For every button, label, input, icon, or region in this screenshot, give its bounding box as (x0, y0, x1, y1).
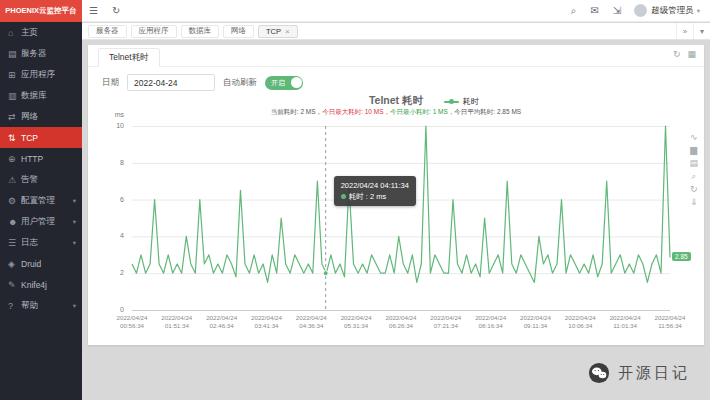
tab-label: 网络 (231, 26, 246, 36)
fullscreen-icon[interactable]: ⇲ (613, 5, 621, 17)
tab-server[interactable]: 服务器 (88, 25, 127, 38)
druid-icon: ◈ (8, 259, 21, 269)
series-marker-dot (341, 194, 346, 199)
restore-icon[interactable]: ↻ (689, 184, 698, 194)
sidebar-item-network[interactable]: ⇄网络 (0, 106, 82, 127)
x-axis-date: 2022/04/24 (154, 314, 200, 322)
app-logo: PHOENIX云监控平台 (0, 0, 82, 22)
y-axis-label: 0 (96, 306, 124, 313)
sidebar-item-application[interactable]: ⊞应用程序 (0, 64, 82, 85)
tcp-icon: ⇅ (8, 133, 21, 143)
x-axis-date: 2022/04/24 (602, 314, 648, 322)
x-axis-time: 01:51:34 (154, 322, 200, 330)
bar-chart-icon[interactable]: ▆ (689, 145, 698, 155)
panel-card: Telnet耗时 ↻▦ 日期 自动刷新 开启 Telnet 耗时 当前耗时: 2… (88, 45, 704, 345)
sidebar-item-label: TCP (21, 133, 38, 143)
y-axis-label: 2 (96, 269, 124, 276)
sidebar-item-http[interactable]: ⊕HTTP (0, 148, 82, 169)
brand-text: 开源日记 (618, 364, 690, 383)
sidebar-item-help[interactable]: ?帮助▾ (0, 295, 82, 316)
toggle-knob (291, 77, 302, 88)
x-axis-date: 2022/04/24 (468, 314, 514, 322)
auto-refresh-toggle[interactable]: 开启 (265, 76, 303, 90)
x-axis-time: 00:56:34 (109, 322, 155, 330)
sidebar-item-logs[interactable]: ☰日志▾ (0, 232, 82, 253)
inner-tab-telnet[interactable]: Telnet耗时 (98, 48, 160, 67)
refresh-icon[interactable]: ↻ (112, 5, 120, 16)
sidebar-item-label: 配置管理 (21, 195, 55, 207)
chart-subtitle-segment: 今日最大耗时: 10 MS， (322, 108, 390, 115)
x-axis-date: 2022/04/24 (333, 314, 379, 322)
x-axis-label: 2022/04/2406:26:34 (378, 314, 424, 330)
sidebar-item-label: 应用程序 (21, 69, 55, 81)
y-axis-label: 4 (96, 232, 124, 239)
legend-item-haoshi[interactable]: 耗时 (444, 96, 479, 107)
chart-tooltip: 2022/04/24 04:11:34 耗时 : 2 ms (334, 176, 416, 206)
telnet-chart: Telnet 耗时 当前耗时: 2 MS，今日最大耗时: 10 MS，今日最小耗… (96, 94, 696, 338)
x-axis-time: 03:41:34 (244, 322, 290, 330)
current-value-tag: 2.85 (672, 252, 691, 261)
line-chart-icon[interactable]: ∿ (689, 132, 698, 142)
sidebar-item-config[interactable]: ⚙配置管理▾ (0, 190, 82, 211)
x-axis-label: 2022/04/2411:56:34 (647, 314, 693, 330)
x-axis-label: 2022/04/2407:21:34 (423, 314, 469, 330)
card-tab-row: Telnet耗时 ↻▦ (88, 45, 704, 67)
sidebar-item-tcp[interactable]: ⇅TCP (0, 127, 82, 148)
sidebar-item-label: 网络 (21, 111, 38, 123)
home-icon: ⌂ (8, 28, 21, 38)
message-icon[interactable]: ✉ (590, 5, 598, 17)
sidebar-item-label: 主页 (21, 27, 38, 39)
tab-tcp[interactable]: TCP× (258, 25, 298, 38)
menu-fold-icon[interactable]: ☰ (89, 5, 98, 16)
toggle-on-label: 开启 (271, 78, 285, 88)
search-icon[interactable]: ⌕ (571, 5, 577, 17)
y-axis-unit: ms (98, 111, 124, 118)
sidebar-item-knife4j[interactable]: ✎Knife4j (0, 274, 82, 295)
y-axis-label: 8 (96, 159, 124, 166)
layout-grid-icon[interactable]: ▦ (687, 49, 696, 59)
tab-database[interactable]: 数据库 (181, 25, 220, 38)
tab-label: 数据库 (189, 26, 212, 36)
tab-application[interactable]: 应用程序 (131, 25, 177, 38)
current-user[interactable]: 超级管理员 (651, 5, 694, 17)
sidebar-item-druid[interactable]: ◈Druid (0, 253, 82, 274)
sidebar-item-home[interactable]: ⌂主页 (0, 22, 82, 43)
x-axis-time: 06:26:34 (378, 322, 424, 330)
sidebar-item-database[interactable]: ▥数据库 (0, 85, 82, 106)
tooltip-datetime: 2022/04/24 04:11:34 (341, 180, 409, 191)
app-icon: ⊞ (8, 70, 21, 80)
sidebar-nav: ⌂主页▤服务器⊞应用程序▥数据库⇄网络⇅TCP⊕HTTP⚠告警⚙配置管理▾☻用户… (0, 22, 82, 316)
sidebar-item-label: 帮助 (21, 300, 38, 312)
tab-actions-icon[interactable]: ▾ (693, 23, 710, 39)
x-axis-label: 2022/04/2408:16:34 (468, 314, 514, 330)
x-axis-date: 2022/04/24 (288, 314, 334, 322)
sidebar-item-users[interactable]: ☻用户管理▾ (0, 211, 82, 232)
server-icon: ▤ (8, 49, 21, 59)
tab-label: TCP (266, 27, 281, 36)
chart-subtitle-segment: 今日平均耗时: 2.85 MS (454, 108, 521, 115)
sidebar-item-label: Druid (21, 259, 41, 269)
zoom-icon[interactable]: ⌕ (689, 171, 698, 181)
chevron-down-icon: ▾ (73, 218, 76, 226)
save-image-icon[interactable]: ⇓ (689, 197, 698, 207)
x-axis-time: 11:01:34 (602, 322, 648, 330)
footer-brand: 开源日记 (588, 362, 690, 384)
tab-network[interactable]: 网络 (223, 25, 254, 38)
x-axis-label: 2022/04/2411:01:34 (602, 314, 648, 330)
more-tabs-icon[interactable]: » (676, 23, 693, 39)
date-input[interactable] (127, 74, 215, 91)
sidebar-item-server[interactable]: ▤服务器 (0, 43, 82, 64)
x-axis-label: 2022/04/2403:41:34 (244, 314, 290, 330)
avatar[interactable] (634, 4, 647, 17)
x-axis-label: 2022/04/2401:51:34 (154, 314, 200, 330)
data-view-icon[interactable]: ▤ (689, 158, 698, 168)
sidebar: PHOENIX云监控平台 ⌂主页▤服务器⊞应用程序▥数据库⇄网络⇅TCP⊕HTT… (0, 0, 82, 400)
refresh-icon[interactable]: ↻ (673, 49, 681, 59)
tooltip-series-row: 耗时 : 2 ms (341, 191, 409, 202)
user-icon: ☻ (8, 217, 21, 227)
x-axis-time: 02:46:34 (199, 322, 245, 330)
x-axis-date: 2022/04/24 (244, 314, 290, 322)
close-icon[interactable]: × (285, 27, 290, 36)
x-axis-time: 10:06:34 (557, 322, 603, 330)
sidebar-item-alarm[interactable]: ⚠告警 (0, 169, 82, 190)
